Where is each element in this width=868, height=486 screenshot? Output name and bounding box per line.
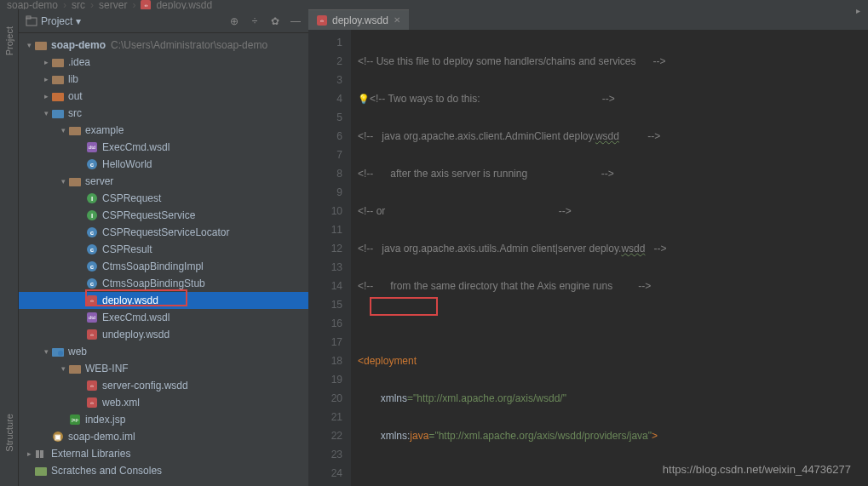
source[interactable]: <!-- Use this file to deploy some handle… — [351, 30, 868, 486]
target-icon[interactable]: ⊕ — [228, 15, 240, 27]
wsdd-icon: ‹› — [141, 0, 151, 10]
tree-ctmsstub[interactable]: cCtmsSoapBindingStub — [19, 275, 308, 292]
chevron-down-icon[interactable]: ▾ — [76, 15, 81, 27]
svg-rect-4 — [52, 76, 64, 84]
svg-rect-14 — [35, 467, 47, 476]
tree-example[interactable]: ▾example — [19, 122, 308, 139]
tree-cspreqloc[interactable]: cCSPRequestServiceLocator — [19, 224, 308, 241]
tree-cspreqsvc[interactable]: ICSPRequestService — [19, 207, 308, 224]
gear-icon[interactable]: ✿ — [269, 15, 281, 27]
project-header: Project ▾ ⊕ ÷ ✿ — — [19, 9, 308, 33]
tree-undeploy[interactable]: ‹›undeploy.wsdd — [19, 326, 308, 343]
tree-webinf[interactable]: ▾WEB-INF — [19, 360, 308, 377]
project-title: Project — [41, 15, 72, 27]
tree-lib[interactable]: ▸lib — [19, 71, 308, 88]
svg-rect-3 — [52, 59, 64, 67]
code-area[interactable]: 12345678 910111213141516 171819202122232… — [308, 30, 868, 486]
left-gutter: Project Structure — [0, 9, 19, 486]
collapse-icon[interactable]: ÷ — [249, 15, 261, 27]
tree-execwsdl2[interactable]: dtdExecCmd.wsdl — [19, 309, 308, 326]
tree-cspreq[interactable]: ICSPRequest — [19, 190, 308, 207]
project-panel: Project ▾ ⊕ ÷ ✿ — ▾soap-demoC:\Users\Adm… — [19, 9, 308, 486]
svg-rect-6 — [52, 110, 64, 118]
svg-rect-8 — [69, 178, 81, 186]
tree-hello[interactable]: cHelloWorld — [19, 156, 308, 173]
bulb-icon[interactable]: 💡 — [358, 94, 370, 104]
project-tree[interactable]: ▾soap-demoC:\Users\Administrator\soap-de… — [19, 33, 308, 486]
close-icon[interactable]: ✕ — [394, 15, 400, 25]
tree-cspres[interactable]: cCSPResult — [19, 241, 308, 258]
gutter: 12345678 910111213141516 171819202122232… — [308, 30, 351, 486]
svg-rect-13 — [40, 450, 43, 458]
tree-web[interactable]: ▾web — [19, 343, 308, 360]
hide-icon[interactable]: — — [290, 15, 302, 27]
tab-deploy-wsdd[interactable]: ‹› deploy.wsdd ✕ — [308, 9, 409, 30]
svg-rect-12 — [36, 450, 39, 458]
tree-execwsdl[interactable]: dtdExecCmd.wsdl — [19, 139, 308, 156]
tree-index[interactable]: jspindex.jsp — [19, 411, 308, 428]
tree-deploy-wsdd[interactable]: ‹›deploy.wsdd — [19, 292, 308, 309]
tree-webxml[interactable]: ‹›web.xml — [19, 394, 308, 411]
svg-rect-2 — [35, 42, 47, 50]
editor-tabs: ‹› deploy.wsdd ✕ ▸ — [308, 9, 868, 30]
tree-ctmsimpl[interactable]: cCtmsSoapBindingImpl — [19, 258, 308, 275]
tree-root[interactable]: ▾soap-demoC:\Users\Administrator\soap-de… — [19, 37, 308, 54]
arrow-right-icon[interactable]: ▸ — [851, 3, 865, 17]
watermark: https://blog.csdn.net/weixin_44736277 — [663, 463, 851, 476]
tree-out[interactable]: ▸out — [19, 88, 308, 105]
tab-structure[interactable]: Structure — [4, 414, 14, 452]
svg-rect-11 — [69, 365, 81, 374]
tree-src[interactable]: ▾src — [19, 105, 308, 122]
tree-extlib[interactable]: ▸External Libraries — [19, 445, 308, 462]
svg-point-10 — [58, 351, 63, 356]
tree-server[interactable]: ▾server — [19, 173, 308, 190]
tree-srvconf[interactable]: ‹›server-config.wsdd — [19, 377, 308, 394]
tree-iml[interactable]: ▣soap-demo.iml — [19, 428, 308, 445]
tab-label: deploy.wsdd — [332, 14, 388, 26]
wsdd-icon: ‹› — [317, 15, 327, 26]
svg-rect-5 — [52, 93, 64, 101]
svg-rect-7 — [69, 127, 81, 135]
breadcrumb: soap-demo› src› server› ‹› deploy.wsdd — [0, 0, 868, 9]
tree-scratch[interactable]: Scratches and Consoles — [19, 462, 308, 479]
tab-project[interactable]: Project — [4, 26, 14, 55]
editor: ‹› deploy.wsdd ✕ ▸ 12345678 910111213141… — [308, 9, 868, 486]
project-icon — [26, 15, 37, 27]
tree-idea[interactable]: ▸.idea — [19, 54, 308, 71]
